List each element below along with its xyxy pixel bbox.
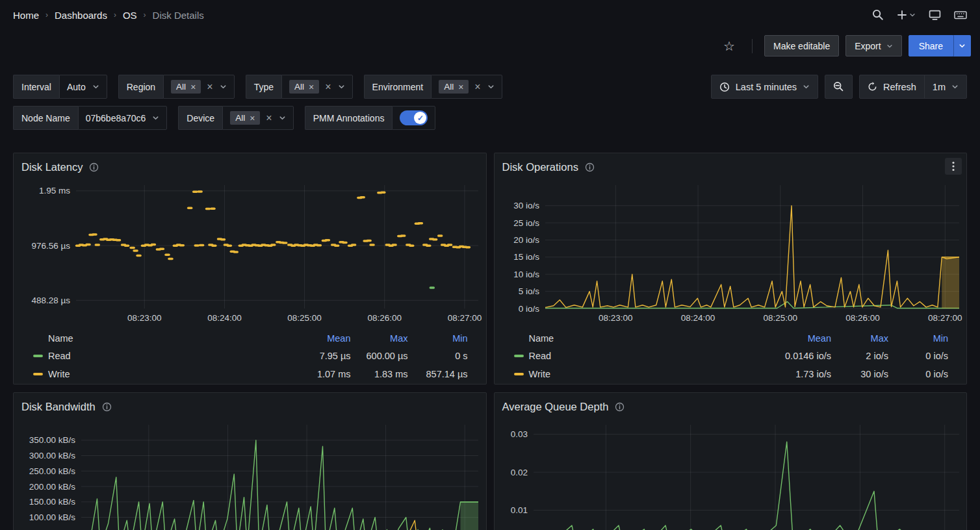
series-max: 2 io/s	[831, 351, 888, 361]
chevron-down-icon	[959, 42, 966, 49]
favorite-star-button[interactable]: ☆	[718, 37, 740, 55]
device-variable[interactable]: Device All × ×	[178, 106, 293, 130]
svg-text:10 io/s: 10 io/s	[513, 270, 539, 279]
clock-icon	[719, 82, 730, 92]
toggle-knob: ✓	[414, 112, 426, 124]
make-editable-button[interactable]: Make editable	[764, 35, 839, 57]
interval-variable[interactable]: Interval Auto	[13, 75, 107, 99]
panel-disk-latency: Disk Latency 08:23:0008:24:0008:25:0008:…	[13, 153, 487, 385]
type-chip-all[interactable]: All ×	[289, 80, 319, 94]
clear-selection-icon[interactable]: ×	[266, 113, 272, 123]
breadcrumb-separator: ›	[144, 10, 146, 19]
series-max: 1.83 ms	[351, 369, 408, 379]
series-name[interactable]: Write	[48, 369, 70, 379]
pmm-annotations-toggle[interactable]: ✓	[400, 110, 428, 125]
info-icon[interactable]	[615, 402, 625, 412]
disk-latency-chart[interactable]: 08:23:0008:24:0008:25:0008:26:0008:27:00…	[14, 181, 486, 327]
time-range-value: Last 5 minutes	[736, 82, 797, 92]
device-label: Device	[178, 106, 222, 130]
breadcrumb-dashboards[interactable]: Dashboards	[55, 10, 107, 21]
chip-remove-icon[interactable]: ×	[250, 114, 255, 123]
info-icon[interactable]	[585, 162, 595, 172]
search-icon[interactable]	[872, 9, 884, 21]
chevron-down-icon	[279, 114, 286, 121]
device-chip-all[interactable]: All ×	[230, 111, 260, 125]
legend-col-name[interactable]: Name	[33, 333, 260, 344]
series-name[interactable]: Write	[529, 369, 551, 379]
series-name[interactable]: Read	[529, 351, 552, 361]
svg-text:350.00 kB/s: 350.00 kB/s	[29, 435, 76, 445]
info-icon[interactable]	[102, 402, 112, 412]
region-variable[interactable]: Region All × ×	[118, 75, 235, 99]
legend-col-max[interactable]: Max	[831, 333, 888, 344]
legend-col-min[interactable]: Min	[408, 333, 468, 344]
chevron-down-icon	[951, 83, 959, 90]
panel-title[interactable]: Average Queue Depth	[502, 401, 609, 413]
svg-text:08:23:00: 08:23:00	[127, 313, 162, 323]
svg-text:0 io/s: 0 io/s	[518, 304, 539, 314]
svg-text:200.00 kB/s: 200.00 kB/s	[29, 482, 76, 492]
svg-text:15 io/s: 15 io/s	[513, 252, 539, 262]
clear-selection-icon[interactable]: ×	[325, 82, 331, 92]
svg-text:08:26:00: 08:26:00	[367, 313, 402, 323]
legend-col-min[interactable]: Min	[888, 333, 948, 344]
chevron-down-icon	[220, 83, 227, 90]
series-name[interactable]: Read	[48, 351, 71, 361]
node-name-variable[interactable]: Node Name 07b6be8a70c6	[13, 106, 167, 130]
disk-bandwidth-chart[interactable]: 08:23:0008:24:0008:25:0008:26:0008:27:00…	[14, 420, 486, 530]
panel-title[interactable]: Disk Bandwidth	[21, 401, 96, 413]
average-queue-depth-chart[interactable]: 08:23:0008:24:0008:25:0008:26:0008:27:00…	[495, 420, 967, 530]
svg-text:08:24:00: 08:24:00	[207, 313, 242, 323]
svg-text:0.01: 0.01	[510, 505, 527, 515]
zoom-out-button[interactable]	[825, 75, 853, 99]
time-range-picker[interactable]: Last 5 minutes	[711, 75, 818, 99]
disk-latency-legend: Name Mean Max Min Read 7.95 µs 600.00 µs…	[14, 327, 486, 383]
share-button[interactable]: Share	[909, 35, 953, 57]
refresh-button[interactable]: Refresh	[860, 75, 924, 98]
panel-grid: Disk Latency 08:23:0008:24:0008:25:0008:…	[0, 153, 980, 530]
export-button[interactable]: Export	[845, 35, 901, 57]
type-label: Type	[246, 75, 281, 99]
environment-label: Environment	[364, 75, 432, 99]
zoom-out-icon	[833, 81, 844, 92]
clear-selection-icon[interactable]: ×	[207, 82, 213, 92]
refresh-interval-dropdown[interactable]: 1m	[924, 75, 966, 98]
chip-remove-icon[interactable]: ×	[309, 82, 314, 92]
breadcrumb-separator: ›	[45, 10, 48, 19]
panel-title[interactable]: Disk Operations	[502, 161, 578, 173]
legend-col-mean[interactable]: Mean	[260, 333, 351, 344]
type-variable[interactable]: Type All × ×	[246, 75, 353, 99]
disk-operations-chart[interactable]: 08:23:0008:24:0008:25:0008:26:0008:27:00…	[495, 181, 967, 327]
region-chip-all[interactable]: All ×	[171, 80, 201, 94]
environment-variable[interactable]: Environment All × ×	[364, 75, 502, 99]
series-min: 0 io/s	[888, 369, 948, 379]
monitor-icon[interactable]	[929, 9, 941, 21]
svg-text:08:27:00: 08:27:00	[448, 313, 482, 323]
svg-text:20 io/s: 20 io/s	[513, 235, 539, 245]
add-new-button[interactable]	[897, 10, 916, 20]
share-dropdown-button[interactable]	[953, 35, 971, 57]
disk-operations-legend: Name Mean Max Min Read 0.0146 io/s 2 io/…	[495, 327, 967, 383]
legend-col-max[interactable]: Max	[351, 333, 408, 344]
environment-chip-all[interactable]: All ×	[439, 80, 469, 94]
chip-remove-icon[interactable]: ×	[458, 82, 463, 92]
breadcrumb-home[interactable]: Home	[13, 10, 39, 21]
chip-remove-icon[interactable]: ×	[190, 82, 196, 92]
svg-text:25 io/s: 25 io/s	[513, 218, 539, 228]
svg-text:0.03: 0.03	[510, 429, 527, 439]
panel-menu-button[interactable]	[945, 158, 962, 175]
breadcrumb: Home › Dashboards › OS › Disk Details	[13, 10, 204, 21]
legend-col-mean[interactable]: Mean	[740, 333, 831, 344]
chevron-down-icon	[152, 114, 159, 121]
keyboard-icon[interactable]	[954, 9, 967, 21]
breadcrumb-os[interactable]: OS	[123, 10, 137, 21]
top-nav: Home › Dashboards › OS › Disk Details	[0, 0, 980, 30]
chevron-down-icon	[338, 83, 345, 90]
info-icon[interactable]	[89, 162, 99, 172]
svg-text:08:24:00: 08:24:00	[680, 313, 715, 323]
legend-col-name[interactable]: Name	[514, 333, 741, 344]
share-button-group: Share	[909, 35, 971, 57]
panel-title[interactable]: Disk Latency	[21, 161, 83, 173]
plus-icon	[897, 10, 907, 20]
clear-selection-icon[interactable]: ×	[474, 82, 480, 92]
